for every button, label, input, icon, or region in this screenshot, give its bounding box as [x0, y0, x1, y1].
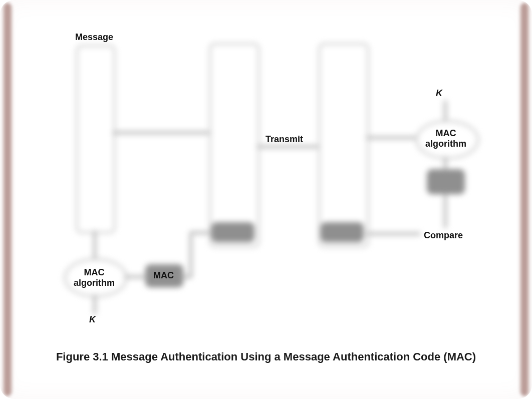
line-recvmsg-to-algo: [366, 136, 416, 139]
combined-message-box: [209, 43, 259, 247]
label-message: Message: [75, 32, 113, 43]
receiver-message-box: [319, 43, 369, 247]
line-recvalgo-to-chip: [444, 156, 447, 170]
line-mac-elbow-into: [189, 231, 210, 234]
line-k-to-sender-algo: [93, 294, 96, 314]
line-k-to-recv-algo: [444, 100, 447, 120]
line-sendermsg-to-algo: [93, 230, 96, 259]
line-sender-to-combined: [112, 131, 209, 134]
diagram-stage: Message MAC algorithm K MAC Transmit K M…: [0, 0, 532, 399]
receiver-mac-segment: [321, 222, 364, 242]
label-receiver-mac-algo: MAC algorithm: [421, 128, 471, 149]
line-recvchip-to-compare: [444, 194, 447, 228]
line-mac-elbow-v: [189, 234, 192, 278]
line-recvseg-to-compare: [366, 232, 421, 235]
sender-message-box: [76, 45, 115, 233]
combined-mac-segment: [211, 222, 254, 242]
figure-caption: Figure 3.1 Message Authentication Using …: [0, 350, 532, 363]
label-transmit: Transmit: [265, 134, 303, 145]
label-mac: MAC: [153, 270, 174, 281]
receiver-mac-chip: [427, 169, 465, 194]
label-receiver-k: K: [436, 88, 442, 99]
label-sender-mac-algo: MAC algorithm: [69, 267, 119, 288]
line-algo-to-mac: [124, 275, 146, 278]
line-transmit: [256, 145, 319, 148]
label-sender-k: K: [89, 314, 96, 325]
label-compare: Compare: [424, 230, 463, 241]
